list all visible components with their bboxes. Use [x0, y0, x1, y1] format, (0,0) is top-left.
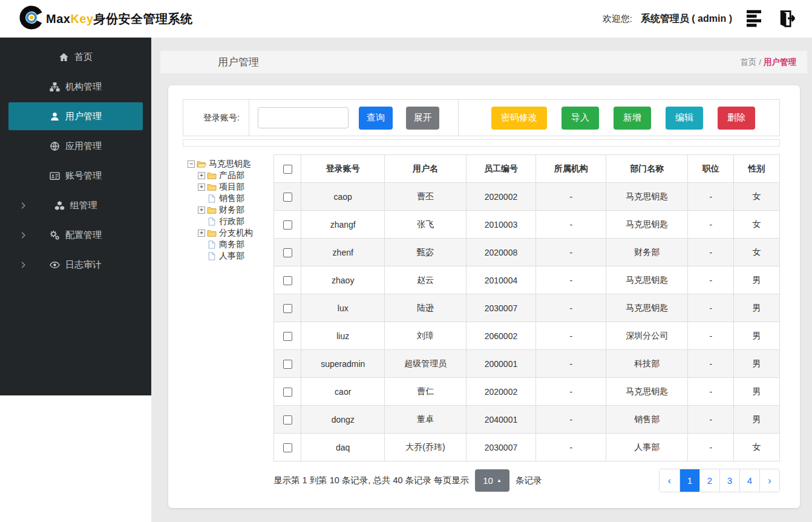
page-button-1[interactable]: 1 [679, 469, 699, 492]
sidebar-item-user[interactable]: 用户管理 [8, 102, 143, 130]
tree-node[interactable]: − 马克思钥匙 [188, 158, 273, 170]
row-checkbox[interactable] [283, 415, 292, 425]
column-header: 部门名称 [606, 155, 688, 183]
page-button-2[interactable]: 2 [699, 469, 719, 492]
expand-button[interactable]: 展开 [406, 107, 439, 130]
tree-node[interactable]: + 分支机构 [188, 227, 273, 239]
previous-page-button[interactable]: ‹ [660, 469, 679, 492]
table-row[interactable]: daq大乔(乔玮)2030007-人事部-女 [274, 434, 780, 461]
sidebar-item-globe[interactable]: 应用管理 [8, 132, 143, 160]
table-row[interactable]: dongz董卓2040001-销售部-男 [274, 406, 780, 434]
sidebar-item-label: 用户管理 [65, 111, 102, 122]
expand-node-icon[interactable]: + [198, 183, 205, 191]
tree-node[interactable]: + 项目部 [188, 181, 273, 193]
row-checkbox[interactable] [283, 248, 292, 257]
sidebar-item-label: 应用管理 [65, 140, 102, 152]
tree-node[interactable]: 销售部 [188, 193, 273, 204]
sidebar-item-cubes[interactable]: 组管理 [8, 191, 143, 219]
table-cell: - [688, 239, 734, 266]
table-row[interactable]: caor曹仁2020002-马克思钥匙-男 [274, 378, 780, 406]
next-page-button[interactable]: › [759, 469, 779, 492]
welcome-label: 欢迎您: [603, 13, 632, 25]
sidebar-item-gears[interactable]: 配置管理 [8, 221, 143, 249]
row-checkbox[interactable] [283, 304, 292, 313]
page-button-4[interactable]: 4 [739, 469, 759, 492]
sidebar-item-label: 组管理 [70, 200, 97, 211]
tree-node[interactable]: 行政部 [188, 216, 273, 227]
file-icon [207, 194, 217, 203]
page-size-dropdown[interactable]: 10 ▲ [475, 469, 509, 492]
table-cell: - [688, 350, 734, 378]
tree-node[interactable]: + 产品部 [188, 170, 273, 181]
delete-button[interactable]: 删除 [718, 107, 755, 130]
search-button[interactable]: 查询 [359, 107, 393, 130]
table-cell: 马克思钥匙 [606, 211, 688, 239]
user-table-container: 登录账号用户名员工编号所属机构部门名称职位性别 caop曹丕2020002-马克… [273, 154, 780, 492]
row-checkbox[interactable] [283, 388, 292, 397]
logout-icon[interactable] [774, 10, 796, 28]
table-row[interactable]: superadmin超级管理员2000001-科技部-男 [274, 350, 780, 378]
checkbox-cell [274, 183, 301, 211]
filter-toolbar: 登录账号: 查询 展开 密码修改导入新增编辑删除 [183, 99, 780, 136]
select-all-checkbox[interactable] [283, 165, 292, 174]
summary-suffix: 条记录 [516, 475, 542, 486]
table-cell: - [688, 183, 734, 211]
tree-node-label: 行政部 [219, 216, 244, 227]
import-button[interactable]: 导入 [562, 107, 599, 130]
edit-button[interactable]: 编辑 [666, 107, 703, 130]
table-cell: 销售部 [606, 406, 688, 434]
table-cell: superadmin [301, 350, 385, 378]
session-list-icon[interactable] [747, 10, 768, 28]
table-cell: - [536, 266, 606, 294]
tree-node[interactable]: 人事部 [188, 250, 273, 262]
page-button-3[interactable]: 3 [719, 469, 739, 492]
sidebar-item-id-card[interactable]: 账号管理 [8, 162, 143, 190]
row-checkbox[interactable] [283, 220, 292, 230]
table-row[interactable]: caop曹丕2020002-马克思钥匙-女 [274, 183, 780, 211]
row-checkbox[interactable] [283, 360, 292, 369]
user-icon [50, 111, 60, 122]
table-cell: 董卓 [385, 406, 466, 434]
folder-icon [207, 206, 217, 214]
table-cell: 女 [734, 434, 780, 461]
table-row[interactable]: zhaoy赵云2010004-马克思钥匙-男 [274, 266, 780, 294]
pagination-summary: 显示第 1 到第 10 条记录, 总共 40 条记录 每页显示 10 ▲ 条记录 [273, 469, 542, 492]
main-content: 用户管理 首页/用户管理 登录账号: 查询 展开 密码修改导入新增编辑删除 − … [151, 38, 812, 522]
row-checkbox[interactable] [283, 443, 292, 452]
sidebar-item-label: 机构管理 [65, 81, 102, 93]
tree-node-label: 马克思钥匙 [209, 159, 251, 170]
row-checkbox[interactable] [283, 332, 292, 341]
table-row[interactable]: zhangf张飞2010003-马克思钥匙-女 [274, 211, 780, 239]
table-row[interactable]: lux陆逊2030007-马克思钥匙-男 [274, 294, 780, 322]
column-header: 用户名 [385, 155, 466, 183]
login-account-input[interactable] [258, 107, 349, 128]
sidebar-item-label: 首页 [74, 51, 93, 63]
password-modify-button[interactable]: 密码修改 [491, 107, 547, 130]
table-row[interactable]: liuz刘璋2060002-深圳分公司-男 [274, 322, 780, 350]
select-all-header-cell [274, 155, 301, 183]
expand-node-icon[interactable]: + [198, 172, 205, 179]
sidebar-item-home[interactable]: 首页 [8, 43, 143, 71]
tree-node[interactable]: 商务部 [188, 239, 273, 250]
expand-node-icon[interactable]: + [198, 206, 205, 214]
row-checkbox[interactable] [283, 276, 292, 285]
file-icon [207, 217, 217, 226]
table-cell: 2020008 [466, 239, 536, 266]
table-cell: - [536, 322, 606, 350]
add-button[interactable]: 新增 [614, 107, 651, 130]
breadcrumb-home-link[interactable]: 首页 [740, 58, 756, 67]
table-row[interactable]: zhenf甄宓2020008-财务部-女 [274, 239, 780, 266]
table-cell: 人事部 [606, 434, 688, 461]
tree-node[interactable]: + 财务部 [188, 204, 273, 216]
row-checkbox[interactable] [283, 193, 292, 202]
id-card-icon [50, 171, 60, 181]
chevron-right-icon [20, 262, 27, 268]
sidebar-item-sitemap[interactable]: 机构管理 [8, 73, 143, 101]
table-toolbar-strip [183, 139, 780, 147]
sidebar-item-eye[interactable]: 日志审计 [8, 251, 143, 279]
table-cell: 男 [734, 378, 780, 406]
expand-node-icon[interactable]: + [198, 230, 205, 237]
collapse-node-icon[interactable]: − [188, 160, 195, 168]
table-cell: - [536, 434, 606, 461]
table-cell: 女 [734, 211, 780, 239]
